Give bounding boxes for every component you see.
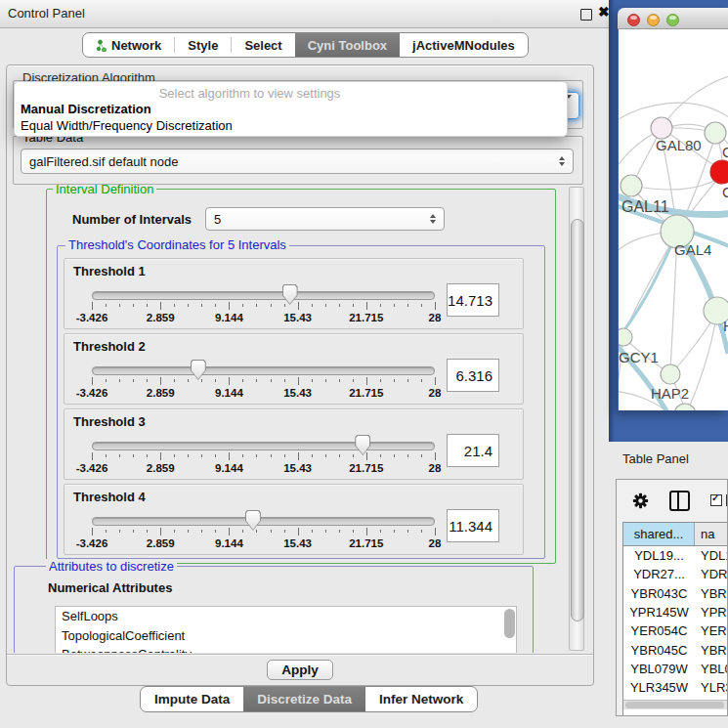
minimize-traffic-light-icon[interactable]: [647, 14, 660, 26]
network-edge[interactable]: [662, 76, 728, 128]
table-row[interactable]: YDL19...YDL1: [623, 546, 728, 565]
dropdown-option-equal-width[interactable]: Equal Width/Frequency Discretization: [15, 117, 567, 134]
network-window-titlebar[interactable]: [618, 8, 728, 29]
interval-definition-title: Interval Definition: [53, 185, 156, 196]
number-of-intervals-value: 5: [214, 212, 221, 227]
slider-track[interactable]: [92, 291, 435, 300]
slider-tick-labels: -3.4262.8599.14415.4321.71528: [92, 537, 435, 549]
tick-mark: [407, 304, 408, 307]
tick-mark: [366, 377, 367, 385]
network-canvas[interactable]: GAL80GACGAL11GAL4GCY1HHAP2: [619, 29, 728, 410]
column-header-shared-name[interactable]: shared...: [623, 523, 695, 545]
network-node[interactable]: [674, 404, 696, 410]
tab-cyni-toolbox[interactable]: Cyni Toolbox: [295, 33, 400, 57]
threshold-slider[interactable]: -3.4262.8599.14415.4321.71528: [92, 433, 435, 472]
tab-select[interactable]: Select: [232, 33, 294, 57]
tick-mark: [133, 454, 134, 457]
table-row[interactable]: YBL079WYBL0: [623, 660, 728, 678]
application-root: Control Panel ✖ Network Style Select Cyn…: [0, 0, 728, 728]
tick-mark: [106, 454, 107, 457]
table-row[interactable]: YBR045CYBR0: [623, 640, 728, 659]
tick-mark: [394, 304, 395, 307]
threshold-value-field[interactable]: 14.713: [447, 283, 499, 317]
table-row[interactable]: YLR345WYLR3: [623, 678, 728, 697]
tab-discretize-data[interactable]: Discretize Data: [243, 687, 365, 711]
threshold-slider[interactable]: -3.4262.8599.14415.4321.71528: [92, 508, 435, 547]
cell-shared-name: YER054C: [623, 623, 695, 638]
tick-mark: [201, 304, 202, 307]
tab-style[interactable]: Style: [175, 33, 231, 57]
tick-mark: [271, 379, 272, 382]
network-node-label: GAL80: [656, 137, 702, 153]
tick-mark: [133, 530, 134, 533]
tab-infer-network[interactable]: Infer Network: [365, 687, 477, 711]
threshold-slider[interactable]: -3.4262.8599.14415.4321.71528: [92, 282, 435, 321]
tab-jactivemnodules[interactable]: jActiveMNodules: [400, 33, 528, 57]
combo-stepper-icon: [430, 214, 436, 224]
zoom-traffic-light-icon[interactable]: [666, 14, 679, 26]
network-edge[interactable]: [631, 176, 722, 190]
column-header-name[interactable]: na: [695, 523, 728, 545]
numerical-attributes-list[interactable]: SelfLoopsTopologicalCoefficientBetweenne…: [55, 606, 517, 653]
tick-mark: [339, 304, 340, 307]
table-row[interactable]: YER054CYER0: [623, 621, 728, 640]
tick-mark: [133, 379, 134, 382]
threshold-list: Threshold 1 -3.4262.8599.14415.4321.7152…: [58, 258, 544, 555]
tick-mark: [119, 379, 120, 382]
threshold-label: Threshold 4: [64, 485, 523, 504]
attribute-item[interactable]: TopologicalCoefficient: [56, 626, 516, 646]
tick-mark: [366, 528, 367, 535]
network-node[interactable]: [621, 175, 642, 196]
slider-thumb[interactable]: [355, 435, 370, 455]
slider-track[interactable]: [92, 517, 435, 526]
tick-mark: [215, 379, 216, 382]
tick-mark: [256, 304, 257, 307]
threshold-value-field[interactable]: 11.344: [447, 509, 499, 542]
cell-shared-name: YBR043C: [623, 586, 695, 601]
network-node[interactable]: [661, 364, 680, 384]
network-node[interactable]: [651, 117, 672, 139]
attribute-item[interactable]: SelfLoops: [56, 607, 516, 626]
checkbox-icon[interactable]: [710, 494, 722, 506]
slider-track[interactable]: [92, 366, 435, 375]
cell-name: YER0: [695, 623, 728, 638]
table-horizontal-scrollbar[interactable]: [623, 700, 728, 709]
apply-button[interactable]: Apply: [267, 660, 333, 680]
tab-network[interactable]: Network: [83, 33, 174, 57]
network-node-label: GAL4: [674, 241, 711, 258]
close-traffic-light-icon[interactable]: [627, 14, 640, 26]
panel-vertical-scrollbar[interactable]: [569, 187, 584, 651]
table-row[interactable]: YBR043CYBR0: [623, 584, 728, 603]
network-node[interactable]: [619, 328, 632, 346]
hscrollbar-thumb[interactable]: [625, 702, 724, 708]
table-data-combobox[interactable]: galFiltered.sif default node: [21, 149, 574, 174]
panel-scrollbar-thumb[interactable]: [571, 219, 584, 621]
tick-label: -3.426: [76, 462, 108, 474]
number-of-intervals-combobox[interactable]: 5: [205, 207, 445, 231]
tick-mark: [298, 377, 299, 385]
close-icon[interactable]: ✖: [598, 4, 610, 20]
slider-thumb[interactable]: [191, 360, 206, 380]
slider-thumb[interactable]: [245, 510, 261, 531]
network-node[interactable]: [710, 160, 728, 184]
slider-track[interactable]: [92, 442, 435, 450]
table-row[interactable]: YDR27...YDR2: [623, 565, 728, 583]
gear-icon[interactable]: [632, 492, 649, 509]
float-window-icon[interactable]: [580, 9, 592, 21]
tick-mark: [106, 379, 107, 382]
attribute-item[interactable]: BetweennessCentrality: [56, 645, 516, 653]
network-node[interactable]: [705, 122, 726, 144]
tick-mark: [229, 452, 230, 460]
threshold-value-field[interactable]: 6.316: [447, 359, 499, 392]
list-scrollbar-thumb[interactable]: [504, 609, 515, 638]
threshold-slider[interactable]: -3.4262.8599.14415.4321.71528: [92, 358, 435, 397]
table-row[interactable]: YPR145WYPR1: [623, 603, 728, 621]
tick-mark: [380, 379, 381, 382]
threshold-value-field[interactable]: 21.4: [447, 434, 499, 467]
dropdown-option-manual[interactable]: Manual Discretization: [15, 101, 567, 117]
attributes-section: Attributes to discretize Numerical Attri…: [14, 566, 534, 653]
network-edge[interactable]: [687, 311, 717, 410]
slider-thumb[interactable]: [282, 284, 298, 305]
tab-impute-data[interactable]: Impute Data: [141, 687, 243, 711]
split-panel-icon[interactable]: [669, 491, 690, 511]
